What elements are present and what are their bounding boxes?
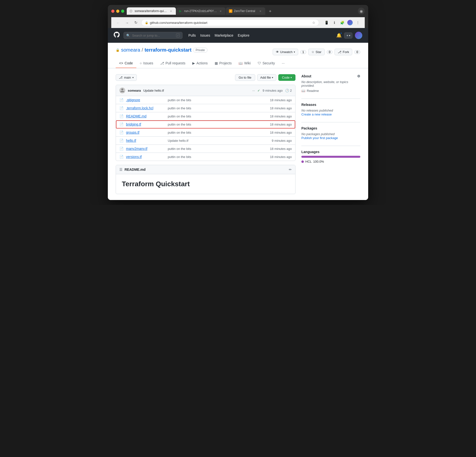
extensions-icon[interactable]: 🧩 [339,19,346,26]
menu-icon[interactable]: ⋮ [354,19,361,26]
close-button[interactable] [111,10,114,13]
browser-tab-github[interactable]: ⬡ someara/terraform-quicks ✕ [127,7,176,15]
nav-pulls[interactable]: Pulls [188,33,196,37]
browser-account-icon[interactable]: ◉ [358,8,365,14]
branch-icon: ⎇ [119,76,123,79]
zerotier-favicon: Z [229,9,232,13]
traffic-lights [111,10,124,13]
edit-icon[interactable]: ✏ [289,168,292,171]
maximize-button[interactable] [121,10,124,13]
star-button[interactable]: ☆ Star [308,49,325,55]
unwatch-button[interactable]: 👁 Unwatch ▾ [273,49,298,55]
address-bar: ← → ↻ 🔒 github.com/someara/terraform-qui… [111,17,365,28]
search-input[interactable] [132,34,174,37]
address-box[interactable]: 🔒 github.com/someara/terraform-quickstar… [141,19,319,26]
security-tab-icon: 🛡 [258,61,261,65]
file-name-link[interactable]: many2many.tf [126,147,165,151]
bookmark-icon[interactable]: ☆ [312,21,315,25]
issues-tab-icon: ○ [140,61,142,65]
commit-author-avatar [119,87,125,93]
info-icon[interactable]: ℹ [331,19,338,26]
tab-issues-label: Issues [143,61,153,65]
profile-icon[interactable] [347,19,353,26]
repo-actions: 👁 Unwatch ▾ 1 ☆ Star 0 ⎇ Fork 0 [273,49,360,55]
github-page: 🔍 / Pulls Issues Marketplace Explore 🔔 +… [108,28,368,200]
sidebar-about: About ⚙ No description, website, or topi… [301,74,360,93]
file-commit-msg: puttin on the bits [168,155,267,159]
tab-title-github: someara/terraform-quicks [135,9,168,13]
about-description: No description, website, or topics provi… [301,80,360,87]
file-name-link[interactable]: .gitignore [126,98,165,102]
code-button[interactable]: Code ▾ [278,74,295,81]
gear-icon[interactable]: ⚙ [357,74,360,78]
eye-icon: 👁 [276,50,279,54]
file-name-link[interactable]: .terraform.lock.hcl [126,106,165,110]
tab-code[interactable]: <> Code [116,59,136,68]
user-avatar[interactable] [355,32,362,39]
forward-button[interactable]: → [124,19,130,26]
fork-button[interactable]: ⎇ Fork [335,49,352,55]
tab-pull-requests[interactable]: ⎇ Pull requests [157,59,189,68]
browser-window: ⬡ someara/terraform-quicks ✕ ▶ run-2TPKr… [108,5,368,200]
commit-more: ··· [252,89,255,92]
branch-name: main [124,76,131,79]
tab-security[interactable]: 🛡 Security [254,59,279,68]
search-icon: 🔍 [126,34,130,37]
tab-wiki[interactable]: 📖 Wiki [235,59,254,68]
create-new-button[interactable]: + ▾ [344,32,352,39]
file-time: 18 minutes ago [270,123,292,126]
branch-selector[interactable]: ⎇ main ▾ [116,74,137,81]
browser-tab-zerotier[interactable]: Z ZeroTier Central ✕ [226,7,265,15]
fork-count: 0 [354,50,360,54]
file-name-link[interactable]: README.md [126,114,165,118]
minimize-button[interactable] [116,10,119,13]
file-commit-msg: puttin on the bits [168,147,267,151]
repo-owner-link[interactable]: someara [121,47,140,53]
file-row: 📄 many2many.tf puttin on the bits 18 min… [116,145,295,153]
code-tab-icon: <> [119,61,123,65]
notifications-bell[interactable]: 🔔 [336,33,342,38]
file-time: 18 minutes ago [270,106,292,110]
file-time: 18 minutes ago [270,155,292,159]
packages-label: Packages [301,126,317,130]
tab-close-zerotier[interactable]: ✕ [258,9,262,13]
nav-issues[interactable]: Issues [200,33,210,37]
file-name-link[interactable]: versions.tf [126,155,165,159]
publish-package-link[interactable]: Publish your first package [301,136,338,140]
file-time: 18 minutes ago [270,98,292,102]
tab-projects[interactable]: ▦ Projects [211,59,235,68]
file-name-link[interactable]: groups.tf [126,130,165,134]
readme-link[interactable]: 📖 Readme [301,89,360,93]
file-name-link[interactable]: hello.tf [126,139,165,143]
add-file-button[interactable]: Add file ▾ [257,74,276,81]
repo-name-link[interactable]: terraform-quickstart [144,47,191,53]
file-time: 18 minutes ago [270,114,292,118]
file-name-link-bridging[interactable]: bridging.tf [126,122,165,126]
new-tab-button[interactable]: + [267,8,274,15]
readme-header: ☰ README.md ✏ [116,165,295,174]
packages-none-text: No packages published [301,132,360,136]
tab-actions[interactable]: ▶ Actions [189,59,211,68]
create-release-link[interactable]: Create a new release [301,113,332,116]
nav-marketplace[interactable]: Marketplace [215,33,233,37]
history-count: 2 [290,89,292,92]
repo-tabs: <> Code ○ Issues ⎇ Pull requests ▶ Actio… [116,59,360,68]
github-search[interactable]: 🔍 / [124,32,182,39]
phone-icon[interactable]: 📱 [323,19,330,26]
nav-explore[interactable]: Explore [238,33,249,37]
refresh-button[interactable]: ↻ [132,19,139,26]
star-count: 0 [327,50,333,54]
tab-close-github[interactable]: ✕ [169,9,173,13]
fork-label: Fork [343,50,349,54]
tab-issues[interactable]: ○ Issues [136,59,157,68]
back-button[interactable]: ← [115,19,122,26]
tab-close-actions[interactable]: ✕ [219,9,223,13]
projects-tab-icon: ▦ [215,61,218,65]
commit-history[interactable]: 🕐 2 [285,89,292,92]
tab-more[interactable]: ··· [278,59,288,68]
readme-link-label: Readme [307,89,319,93]
go-to-file-button[interactable]: Go to file [235,74,255,81]
browser-tab-actions[interactable]: ▶ run-2TPKrtZcdzLeP6YE | ✕ [176,7,225,15]
github-logo[interactable] [114,31,120,39]
svg-point-0 [121,88,123,90]
